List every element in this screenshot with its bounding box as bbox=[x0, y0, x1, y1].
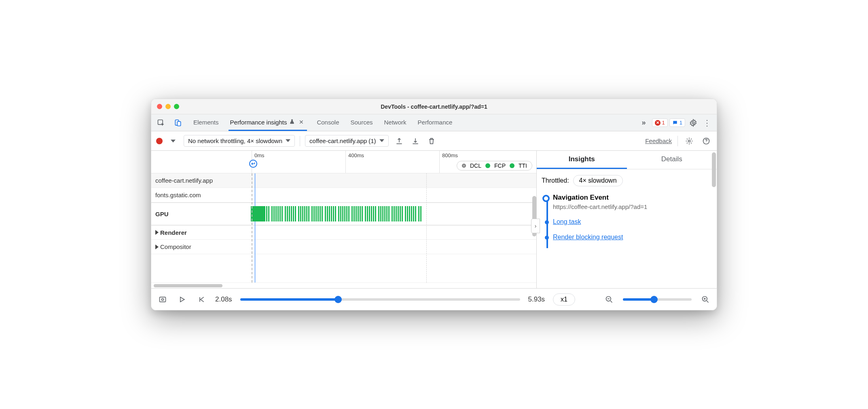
error-icon: ✕ bbox=[655, 120, 661, 126]
expand-triangle-icon[interactable] bbox=[155, 230, 159, 235]
event-long-task[interactable]: Long task bbox=[553, 218, 709, 226]
throttling-select[interactable]: No network throttling, 4× slowdown bbox=[184, 135, 295, 147]
inspect-element-icon[interactable] bbox=[155, 117, 167, 129]
throttle-info: Throttled: 4× slowdown bbox=[542, 175, 709, 186]
gpu-activity bbox=[248, 203, 536, 225]
network-row[interactable]: coffee-cart.netlify.app bbox=[151, 173, 536, 188]
horizontal-scrollbar[interactable] bbox=[151, 283, 536, 288]
row-label: coffee-cart.netlify.app bbox=[151, 177, 248, 184]
titlebar: DevTools - coffee-cart.netlify.app/?ad=1 bbox=[151, 99, 717, 114]
network-row[interactable]: fonts.gstatic.com bbox=[151, 188, 536, 202]
skip-start-button[interactable] bbox=[196, 294, 207, 305]
svg-rect-2 bbox=[177, 121, 180, 126]
tab-label: Elements bbox=[193, 119, 219, 126]
tab-insights[interactable]: Insights bbox=[537, 151, 627, 169]
window-close-button[interactable] bbox=[157, 104, 162, 109]
export-icon[interactable] bbox=[394, 135, 405, 147]
time-ruler[interactable]: 0ms 400ms 800ms ↩ DCL FCP TTI bbox=[151, 151, 536, 173]
playback-end-time: 5.93s bbox=[528, 295, 545, 304]
playback-speed-pill[interactable]: x1 bbox=[553, 293, 575, 306]
import-icon[interactable] bbox=[410, 135, 421, 147]
tab-label: Network bbox=[384, 119, 406, 126]
feedback-link[interactable]: Feedback bbox=[645, 137, 672, 144]
devtools-window: DevTools - coffee-cart.netlify.app/?ad=1… bbox=[151, 99, 717, 310]
zoom-slider[interactable] bbox=[623, 298, 692, 301]
svg-point-4 bbox=[688, 140, 690, 142]
event-link[interactable]: Render blocking request bbox=[553, 234, 623, 240]
flask-icon bbox=[289, 119, 295, 126]
timeline-rows: coffee-cart.netlify.app fonts.gstatic.co… bbox=[151, 173, 536, 283]
gpu-row[interactable]: GPU bbox=[151, 202, 536, 225]
tti-dot-icon bbox=[510, 163, 514, 168]
event-node-icon bbox=[542, 195, 550, 202]
settings-gear-icon[interactable] bbox=[688, 117, 699, 129]
tab-sources[interactable]: Sources bbox=[349, 114, 374, 131]
side-tabs: Insights Details bbox=[537, 151, 717, 169]
tab-close-icon[interactable]: ✕ bbox=[297, 119, 305, 125]
window-maximize-button[interactable] bbox=[174, 104, 179, 109]
compositor-row[interactable]: Compositor bbox=[151, 240, 536, 254]
side-scrollbar[interactable] bbox=[712, 152, 716, 187]
event-url: https://coffee-cart.netlify.app/?ad=1 bbox=[553, 203, 709, 210]
chevron-down-icon bbox=[379, 137, 384, 144]
zoom-in-icon[interactable] bbox=[700, 294, 711, 305]
tab-elements[interactable]: Elements bbox=[192, 114, 220, 131]
help-icon[interactable] bbox=[701, 135, 712, 147]
play-button[interactable] bbox=[176, 294, 188, 305]
recording-select[interactable]: coffee-cart.netlify.app (1) bbox=[305, 135, 389, 147]
playhead-start-marker[interactable]: ↩ bbox=[249, 160, 257, 168]
main: 0ms 400ms 800ms ↩ DCL FCP TTI coffee-car… bbox=[151, 151, 717, 288]
svg-point-7 bbox=[162, 298, 164, 300]
record-button[interactable] bbox=[156, 138, 163, 144]
delete-icon[interactable] bbox=[426, 135, 437, 147]
metric-markers: DCL FCP TTI bbox=[457, 161, 532, 171]
row-label: Compositor bbox=[151, 243, 248, 250]
playback-start-time: 2.08s bbox=[215, 295, 232, 304]
error-badge[interactable]: ✕ 1 bbox=[652, 118, 668, 127]
collapse-panel-button[interactable]: › bbox=[531, 219, 540, 233]
tab-details[interactable]: Details bbox=[627, 151, 717, 169]
row-label: GPU bbox=[151, 211, 248, 217]
recording-select-label: coffee-cart.netlify.app (1) bbox=[309, 137, 376, 144]
separator bbox=[677, 136, 678, 146]
more-tabs-overflow-icon[interactable]: » bbox=[638, 117, 650, 129]
row-content bbox=[248, 173, 536, 188]
metric-label: TTI bbox=[519, 162, 527, 169]
playback-slider[interactable] bbox=[240, 298, 520, 301]
row-label: fonts.gstatic.com bbox=[151, 192, 248, 198]
insight-events: Navigation Event https://coffee-cart.net… bbox=[542, 194, 709, 241]
row-content bbox=[248, 226, 536, 239]
separator bbox=[300, 136, 300, 146]
time-tick: 400ms bbox=[345, 151, 366, 173]
dcl-dot-icon bbox=[462, 164, 466, 168]
tab-label: Performance insights bbox=[230, 119, 287, 126]
tab-network[interactable]: Network bbox=[383, 114, 408, 131]
window-minimize-button[interactable] bbox=[165, 104, 171, 109]
tab-performance-insights[interactable]: Performance insights ✕ bbox=[229, 114, 307, 131]
expand-triangle-icon[interactable] bbox=[155, 245, 159, 249]
row-content bbox=[248, 240, 536, 254]
message-badge[interactable]: 1 bbox=[669, 118, 685, 127]
kebab-menu-icon[interactable]: ⋮ bbox=[701, 117, 713, 129]
renderer-row[interactable]: Renderer bbox=[151, 225, 536, 240]
tab-performance[interactable]: Performance bbox=[416, 114, 454, 131]
tab-label: Console bbox=[317, 119, 339, 126]
side-panel: › Insights Details Throttled: 4× slowdow… bbox=[537, 151, 717, 288]
record-menu-chevron[interactable] bbox=[167, 135, 179, 147]
throttling-select-label: No network throttling, 4× slowdown bbox=[188, 137, 282, 144]
throttled-pill[interactable]: 4× slowdown bbox=[573, 175, 623, 186]
tab-console[interactable]: Console bbox=[315, 114, 341, 131]
timeline-panel: 0ms 400ms 800ms ↩ DCL FCP TTI coffee-car… bbox=[151, 151, 537, 288]
panel-settings-gear-icon[interactable] bbox=[684, 135, 695, 147]
chevron-down-icon bbox=[286, 137, 290, 144]
device-toolbar-icon[interactable] bbox=[172, 117, 184, 129]
screenshot-toggle-icon[interactable] bbox=[157, 294, 168, 305]
panel-tabs: Elements Performance insights ✕ Console … bbox=[186, 114, 636, 131]
event-navigation[interactable]: Navigation Event https://coffee-cart.net… bbox=[553, 194, 709, 210]
time-tick: 800ms bbox=[439, 151, 460, 173]
event-link[interactable]: Long task bbox=[553, 218, 581, 225]
panel-tabbar: Elements Performance insights ✕ Console … bbox=[151, 114, 717, 131]
event-render-blocking[interactable]: Render blocking request bbox=[553, 234, 709, 241]
svg-rect-6 bbox=[160, 297, 166, 302]
zoom-out-icon[interactable] bbox=[603, 294, 615, 305]
